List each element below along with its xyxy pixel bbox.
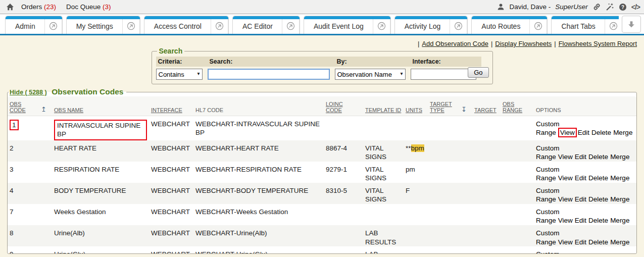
option-link-custom-range[interactable]: Custom Range: [536, 187, 560, 203]
tab-chart-tabs[interactable]: Chart Tabs: [551, 16, 619, 34]
tab-my-settings[interactable]: My Settings: [66, 16, 140, 34]
interface-select[interactable]: [411, 69, 476, 80]
observation-codes-panel: Hide ( 5288 ) Observation Codes OBS CODE…: [7, 87, 637, 254]
option-link-edit[interactable]: Edit: [575, 238, 586, 246]
column-header-obs-range[interactable]: OBS RANGE: [501, 96, 534, 116]
code-icon[interactable]: </>: [631, 3, 640, 11]
cell-interface: WEBCHART: [149, 140, 193, 162]
observation-codes-table: OBS CODE↥OBS NAMEINTERFACEHL7 CODELOINC …: [8, 96, 636, 254]
sort-desc-icon[interactable]: ↧: [461, 106, 467, 113]
by-select[interactable]: Observation Name: [335, 69, 406, 80]
column-header-loinc-code[interactable]: LOINC CODE: [324, 96, 363, 116]
column-header-target[interactable]: TARGET: [472, 96, 501, 116]
action-link-add-observation-code[interactable]: Add Observation Code: [422, 40, 488, 47]
option-link-merge[interactable]: Merge: [613, 129, 632, 136]
tab-ac-editor[interactable]: AC Editor: [232, 16, 300, 34]
cell-obs-code: 4: [8, 183, 39, 204]
option-link-merge[interactable]: Merge: [610, 174, 629, 182]
tab-auto-routes[interactable]: Auto Routes: [471, 16, 548, 34]
cell-obs-name: RESPIRATION RATE: [52, 162, 149, 183]
cell-target-type: [428, 225, 459, 246]
option-link-view[interactable]: View: [558, 153, 573, 161]
option-link-edit[interactable]: Edit: [575, 217, 586, 224]
hide-link[interactable]: Hide ( 5288 ): [10, 89, 47, 96]
cell-obs-code: 7: [8, 204, 39, 225]
tab-label: Activity Log: [395, 16, 451, 34]
option-link-merge[interactable]: Merge: [610, 153, 629, 161]
topbar-nav-item-doc-queue[interactable]: Doc Queue (3): [66, 3, 111, 11]
column-header-obs-code[interactable]: OBS CODE: [8, 96, 39, 116]
option-link-edit[interactable]: Edit: [575, 195, 586, 203]
nav-count: (23): [44, 3, 56, 11]
option-link-edit[interactable]: Edit: [578, 129, 589, 136]
option-link-custom-range[interactable]: Custom Range: [536, 229, 560, 246]
column-header-obs-name[interactable]: OBS NAME: [52, 96, 149, 116]
nav-count: (3): [103, 3, 111, 11]
column-header-units[interactable]: UNITS: [404, 96, 428, 116]
sort-asc-icon[interactable]: ↥: [39, 96, 52, 116]
cell-obs-range: [501, 183, 534, 204]
search-input[interactable]: [208, 69, 330, 80]
option-link-delete[interactable]: Delete: [588, 153, 608, 161]
topbar-nav-item-orders[interactable]: Orders (23): [21, 3, 56, 11]
option-link-delete[interactable]: Delete: [591, 129, 611, 136]
action-link-display-flowsheets[interactable]: Display Flowsheets: [495, 40, 552, 47]
option-link-view[interactable]: View: [558, 128, 577, 137]
option-link-delete[interactable]: Delete: [588, 238, 608, 246]
cell-interface: WEBCHART: [149, 183, 193, 204]
topbar-nav: Orders (23)Doc Queue (3): [21, 3, 121, 11]
external-link-icon: [45, 16, 62, 34]
option-link-view[interactable]: View: [558, 195, 573, 203]
cell-units: [404, 225, 428, 246]
option-link-merge[interactable]: Merge: [610, 238, 629, 246]
tab-audit-event-log[interactable]: Audit Event Log: [304, 16, 391, 34]
cell-loinc-code: [324, 246, 363, 254]
option-link-edit[interactable]: Edit: [575, 174, 586, 182]
user-icon: [497, 3, 505, 11]
option-link-custom-range[interactable]: Custom Range: [536, 120, 560, 137]
table-row: 2HEART RATEWEBCHARTWEBCHART-HEART RATE88…: [8, 140, 636, 162]
cell-target-type: [428, 140, 459, 162]
cell-loinc-code: 9279-1: [324, 162, 363, 183]
option-link-view[interactable]: View: [558, 217, 573, 224]
cell-hl7-code: WEBCHART-Urine(Alb): [193, 225, 324, 246]
cell-interface: WEBCHART: [149, 246, 193, 254]
option-link-custom-range[interactable]: Custom Range: [536, 208, 560, 225]
criteria-select[interactable]: Contains: [156, 69, 203, 80]
cell-template-id: VITAL SIGNS: [363, 183, 404, 204]
home-icon[interactable]: [6, 3, 14, 11]
tab-access-control[interactable]: Access Control: [144, 16, 229, 34]
tab-overflow-button[interactable]: [622, 16, 641, 33]
option-link-view[interactable]: View: [558, 238, 573, 246]
option-link-custom-range[interactable]: Custom Range: [536, 144, 560, 161]
column-header-template-id[interactable]: TEMPLATE ID: [363, 96, 404, 116]
user-role: SuperUser: [555, 3, 588, 11]
tab-admin[interactable]: Admin: [5, 16, 63, 34]
sort-asc-icon[interactable]: ↥: [41, 106, 46, 113]
link-icon[interactable]: [592, 3, 601, 11]
tab-activity-log[interactable]: Activity Log: [394, 16, 468, 34]
option-link-view[interactable]: View: [558, 174, 573, 182]
cell-obs-range: [501, 204, 534, 225]
option-link-delete[interactable]: Delete: [588, 174, 608, 182]
option-link-merge[interactable]: Merge: [610, 195, 629, 203]
go-button[interactable]: Go: [468, 67, 488, 78]
svg-text:?: ?: [621, 4, 624, 10]
cell-obs-name: HEART RATE: [52, 140, 149, 162]
option-link-delete[interactable]: Delete: [588, 195, 608, 203]
action-link-flowsheets-system-report[interactable]: Flowsheets System Report: [559, 40, 637, 47]
cell-obs-code: 3: [8, 162, 39, 183]
sort-desc-icon[interactable]: ↧: [459, 96, 472, 116]
wand-icon[interactable]: [606, 3, 614, 11]
option-link-edit[interactable]: Edit: [575, 153, 586, 161]
help-icon[interactable]: ?: [619, 3, 627, 11]
cell-obs-name: Urine(Glu): [52, 246, 149, 254]
option-link-custom-range[interactable]: Custom Range: [536, 250, 560, 254]
column-header-target-type[interactable]: TARGET TYPE: [428, 96, 459, 116]
column-header-interface[interactable]: INTERFACE: [149, 96, 193, 116]
option-link-merge[interactable]: Merge: [610, 217, 629, 224]
option-link-custom-range[interactable]: Custom Range: [536, 166, 560, 182]
table-header-row: OBS CODE↥OBS NAMEINTERFACEHL7 CODELOINC …: [8, 96, 636, 116]
option-link-delete[interactable]: Delete: [588, 217, 608, 224]
cell-units: **bpm: [404, 140, 428, 162]
